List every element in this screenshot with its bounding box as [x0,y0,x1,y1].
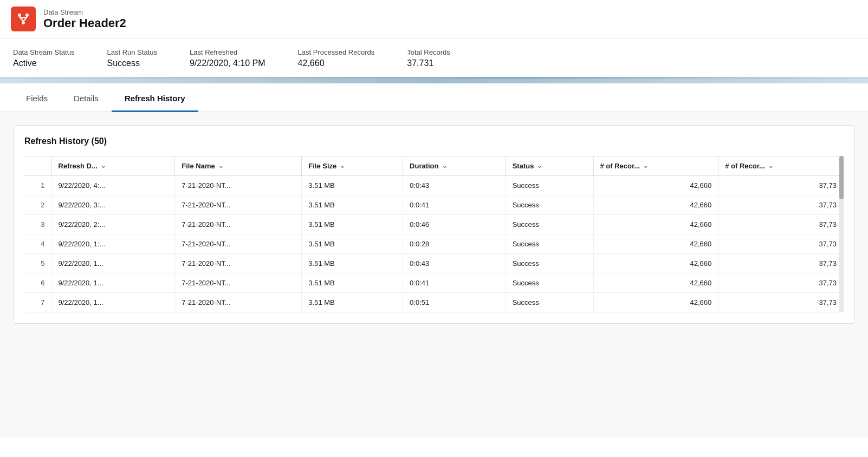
table-row: 3 9/22/2020, 2:... 7-21-2020-NT... 3.51 … [24,215,844,234]
row-duration-7: 0:0:51 [403,293,506,312]
stat-value-3: 42,660 [298,58,375,68]
svg-point-0 [18,14,21,17]
app-logo [11,6,36,31]
table-row: 7 9/22/2020, 1... 7-21-2020-NT... 3.51 M… [24,293,844,312]
stat-label-0: Data Stream Status [13,48,74,56]
stats-bar: Data Stream Status Active Last Run Statu… [0,38,868,79]
scrollbar-thumb[interactable] [839,156,844,199]
row-refresh-date-3: 9/22/2020, 2:... [51,215,175,234]
header-title: Order Header2 [43,16,126,30]
row-num-2: 2 [24,195,51,215]
app-container: Data Stream Order Header2 Data Stream St… [0,0,868,457]
stat-value-1: Success [107,58,157,68]
stat-data-stream-status: Data Stream Status Active [13,48,74,68]
row-file-size-3: 3.51 MB [302,215,403,234]
table-header-row: Refresh D... ⌄ File Name ⌄ [24,156,844,176]
row-records2-1: 37,73 [718,176,844,195]
header-text: Data Stream Order Header2 [43,8,126,30]
row-status-6: Success [506,273,593,293]
stat-label-3: Last Processed Records [298,48,375,56]
row-duration-4: 0:0:28 [403,234,506,254]
tab-refresh-history[interactable]: Refresh History [112,84,198,112]
col-file-name[interactable]: File Name ⌄ [175,156,302,176]
col-file-size[interactable]: File Size ⌄ [302,156,403,176]
row-status-2: Success [506,195,593,215]
table-row: 2 9/22/2020, 3:... 7-21-2020-NT... 3.51 … [24,195,844,215]
sort-file-name-icon[interactable]: ⌄ [218,162,223,169]
sort-records2-icon[interactable]: ⌄ [768,162,773,169]
refresh-history-card: Refresh History (50) Refresh D... ⌄ [13,125,855,324]
tab-details[interactable]: Details [61,84,112,112]
row-refresh-date-7: 9/22/2020, 1... [51,293,175,312]
row-refresh-date-1: 9/22/2020, 4:... [51,176,175,195]
row-file-name-5: 7-21-2020-NT... [175,254,302,273]
row-file-size-1: 3.51 MB [302,176,403,195]
row-records2-5: 37,73 [718,254,844,273]
row-records2-4: 37,73 [718,234,844,254]
col-records1[interactable]: # of Recor... ⌄ [593,156,718,176]
col-duration[interactable]: Duration ⌄ [403,156,506,176]
sort-file-size-icon[interactable]: ⌄ [340,162,345,169]
row-records1-4: 42,660 [593,234,718,254]
col-status[interactable]: Status ⌄ [506,156,593,176]
stat-value-2: 9/22/2020, 4:10 PM [190,58,265,68]
row-duration-1: 0:0:43 [403,176,506,195]
row-file-size-2: 3.51 MB [302,195,403,215]
row-num-1: 1 [24,176,51,195]
content-area: Refresh History (50) Refresh D... ⌄ [0,112,868,437]
row-num-5: 5 [24,254,51,273]
row-file-name-3: 7-21-2020-NT... [175,215,302,234]
sort-status-icon[interactable]: ⌄ [537,162,542,169]
row-status-3: Success [506,215,593,234]
row-file-size-6: 3.51 MB [302,273,403,293]
sort-refresh-date-icon[interactable]: ⌄ [101,162,106,169]
row-file-name-4: 7-21-2020-NT... [175,234,302,254]
header-subtitle: Data Stream [43,8,126,16]
row-refresh-date-6: 9/22/2020, 1... [51,273,175,293]
table-row: 5 9/22/2020, 1... 7-21-2020-NT... 3.51 M… [24,254,844,273]
row-status-4: Success [506,234,593,254]
row-num-3: 3 [24,215,51,234]
row-records2-6: 37,73 [718,273,844,293]
row-duration-6: 0:0:41 [403,273,506,293]
page-header: Data Stream Order Header2 [0,0,868,38]
row-duration-2: 0:0:41 [403,195,506,215]
row-records2-3: 37,73 [718,215,844,234]
stat-last-refreshed: Last Refreshed 9/22/2020, 4:10 PM [190,48,265,68]
tab-fields[interactable]: Fields [13,84,61,112]
table-row: 1 9/22/2020, 4:... 7-21-2020-NT... 3.51 … [24,176,844,195]
card-title: Refresh History (50) [24,136,844,146]
row-duration-3: 0:0:46 [403,215,506,234]
sort-records1-icon[interactable]: ⌄ [643,162,648,169]
row-num-7: 7 [24,293,51,312]
row-file-name-1: 7-21-2020-NT... [175,176,302,195]
row-refresh-date-2: 9/22/2020, 3:... [51,195,175,215]
stat-last-run-status: Last Run Status Success [107,48,157,68]
col-records2[interactable]: # of Recor... ⌄ [718,156,844,176]
stat-value-4: 37,731 [407,58,450,68]
row-num-6: 6 [24,273,51,293]
row-records2-2: 37,73 [718,195,844,215]
row-file-size-4: 3.51 MB [302,234,403,254]
col-refresh-date[interactable]: Refresh D... ⌄ [51,156,175,176]
table-row: 6 9/22/2020, 1... 7-21-2020-NT... 3.51 M… [24,273,844,293]
stat-label-4: Total Records [407,48,450,56]
scrollbar-track[interactable] [839,156,844,312]
row-file-size-5: 3.51 MB [302,254,403,273]
row-records1-7: 42,660 [593,293,718,312]
row-file-name-6: 7-21-2020-NT... [175,273,302,293]
row-records1-3: 42,660 [593,215,718,234]
stat-total-records: Total Records 37,731 [407,48,450,68]
col-num [24,156,51,176]
sort-duration-icon[interactable]: ⌄ [442,162,447,169]
row-file-name-7: 7-21-2020-NT... [175,293,302,312]
row-file-size-7: 3.51 MB [302,293,403,312]
row-records1-1: 42,660 [593,176,718,195]
decorative-band [0,79,868,83]
row-refresh-date-4: 9/22/2020, 1:... [51,234,175,254]
table-wrapper[interactable]: Refresh D... ⌄ File Name ⌄ [24,156,844,312]
svg-point-1 [25,14,29,17]
row-records2-7: 37,73 [718,293,844,312]
row-status-5: Success [506,254,593,273]
stat-label-2: Last Refreshed [190,48,265,56]
